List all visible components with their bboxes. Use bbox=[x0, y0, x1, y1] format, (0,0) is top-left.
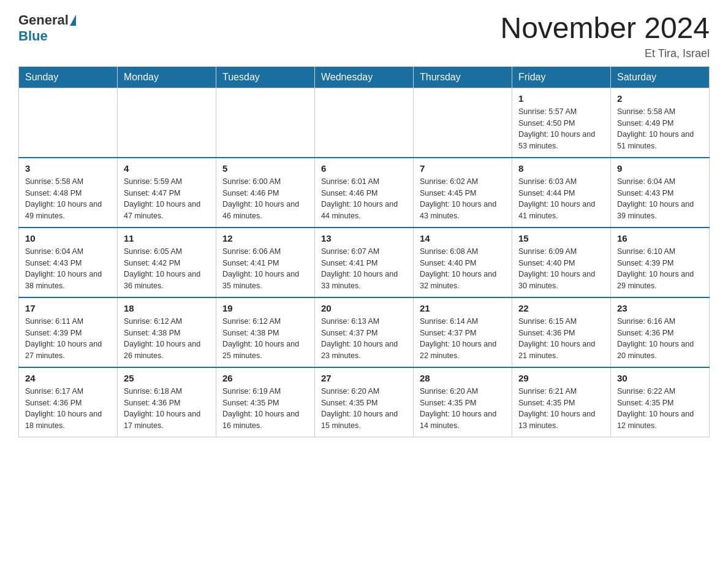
page-header: General Blue November 2024 Et Tira, Isra… bbox=[18, 12, 710, 60]
day-number: 28 bbox=[420, 373, 506, 383]
day-of-week-header: Monday bbox=[118, 66, 216, 88]
calendar-day-cell bbox=[414, 88, 512, 158]
day-number: 19 bbox=[222, 303, 308, 313]
day-number: 10 bbox=[25, 233, 111, 243]
day-info: Sunrise: 6:03 AMSunset: 4:44 PMDaylight:… bbox=[518, 176, 604, 222]
calendar-day-cell: 17Sunrise: 6:11 AMSunset: 4:39 PMDayligh… bbox=[19, 297, 118, 367]
calendar-day-cell: 9Sunrise: 6:04 AMSunset: 4:43 PMDaylight… bbox=[611, 158, 710, 228]
day-number: 21 bbox=[420, 303, 506, 313]
day-info: Sunrise: 6:04 AMSunset: 4:43 PMDaylight:… bbox=[25, 246, 111, 292]
day-info: Sunrise: 6:02 AMSunset: 4:45 PMDaylight:… bbox=[420, 176, 506, 222]
calendar-day-cell bbox=[19, 88, 118, 158]
calendar-day-cell: 29Sunrise: 6:21 AMSunset: 4:35 PMDayligh… bbox=[512, 367, 611, 437]
day-info: Sunrise: 6:16 AMSunset: 4:36 PMDaylight:… bbox=[617, 316, 703, 362]
calendar-day-cell: 24Sunrise: 6:17 AMSunset: 4:36 PMDayligh… bbox=[19, 367, 118, 437]
calendar-day-cell bbox=[216, 88, 315, 158]
calendar-day-cell: 6Sunrise: 6:01 AMSunset: 4:46 PMDaylight… bbox=[315, 158, 414, 228]
calendar-day-cell: 15Sunrise: 6:09 AMSunset: 4:40 PMDayligh… bbox=[512, 228, 611, 297]
calendar-table: SundayMondayTuesdayWednesdayThursdayFrid… bbox=[18, 66, 710, 437]
day-info: Sunrise: 5:57 AMSunset: 4:50 PMDaylight:… bbox=[518, 106, 604, 152]
day-number: 22 bbox=[518, 303, 604, 313]
day-number: 16 bbox=[617, 233, 703, 243]
day-number: 24 bbox=[25, 373, 111, 383]
calendar-day-cell: 28Sunrise: 6:20 AMSunset: 4:35 PMDayligh… bbox=[414, 367, 512, 437]
calendar-day-cell: 11Sunrise: 6:05 AMSunset: 4:42 PMDayligh… bbox=[118, 228, 216, 297]
calendar-week-row: 10Sunrise: 6:04 AMSunset: 4:43 PMDayligh… bbox=[19, 228, 710, 297]
calendar-day-cell: 18Sunrise: 6:12 AMSunset: 4:38 PMDayligh… bbox=[118, 297, 216, 367]
day-number: 1 bbox=[518, 93, 604, 104]
logo-triangle-icon bbox=[70, 15, 76, 26]
day-info: Sunrise: 6:19 AMSunset: 4:35 PMDaylight:… bbox=[222, 386, 308, 432]
day-number: 4 bbox=[124, 163, 210, 174]
calendar-header-row: SundayMondayTuesdayWednesdayThursdayFrid… bbox=[19, 66, 710, 88]
calendar-day-cell: 25Sunrise: 6:18 AMSunset: 4:36 PMDayligh… bbox=[118, 367, 216, 437]
day-info: Sunrise: 6:17 AMSunset: 4:36 PMDaylight:… bbox=[25, 386, 111, 432]
calendar-week-row: 3Sunrise: 5:58 AMSunset: 4:48 PMDaylight… bbox=[19, 158, 710, 228]
day-info: Sunrise: 6:01 AMSunset: 4:46 PMDaylight:… bbox=[321, 176, 407, 222]
calendar-day-cell: 30Sunrise: 6:22 AMSunset: 4:35 PMDayligh… bbox=[611, 367, 710, 437]
calendar-week-row: 17Sunrise: 6:11 AMSunset: 4:39 PMDayligh… bbox=[19, 297, 710, 367]
day-info: Sunrise: 6:06 AMSunset: 4:41 PMDaylight:… bbox=[222, 246, 308, 292]
title-block: November 2024 Et Tira, Israel bbox=[500, 12, 710, 60]
day-info: Sunrise: 6:05 AMSunset: 4:42 PMDaylight:… bbox=[124, 246, 210, 292]
day-of-week-header: Thursday bbox=[414, 66, 512, 88]
calendar-day-cell bbox=[315, 88, 414, 158]
day-info: Sunrise: 6:07 AMSunset: 4:41 PMDaylight:… bbox=[321, 246, 407, 292]
calendar-day-cell: 10Sunrise: 6:04 AMSunset: 4:43 PMDayligh… bbox=[19, 228, 118, 297]
day-number: 2 bbox=[617, 93, 703, 104]
day-info: Sunrise: 6:20 AMSunset: 4:35 PMDaylight:… bbox=[321, 386, 407, 432]
day-info: Sunrise: 6:08 AMSunset: 4:40 PMDaylight:… bbox=[420, 246, 506, 292]
day-number: 20 bbox=[321, 303, 407, 313]
calendar-day-cell: 4Sunrise: 5:59 AMSunset: 4:47 PMDaylight… bbox=[118, 158, 216, 228]
calendar-day-cell: 2Sunrise: 5:58 AMSunset: 4:49 PMDaylight… bbox=[611, 88, 710, 158]
day-number: 25 bbox=[124, 373, 210, 383]
calendar-week-row: 1Sunrise: 5:57 AMSunset: 4:50 PMDaylight… bbox=[19, 88, 710, 158]
day-number: 30 bbox=[617, 373, 703, 383]
day-of-week-header: Tuesday bbox=[216, 66, 315, 88]
day-info: Sunrise: 6:00 AMSunset: 4:46 PMDaylight:… bbox=[222, 176, 308, 222]
day-info: Sunrise: 5:59 AMSunset: 4:47 PMDaylight:… bbox=[124, 176, 210, 222]
calendar-day-cell: 22Sunrise: 6:15 AMSunset: 4:36 PMDayligh… bbox=[512, 297, 611, 367]
calendar-day-cell: 12Sunrise: 6:06 AMSunset: 4:41 PMDayligh… bbox=[216, 228, 315, 297]
day-number: 27 bbox=[321, 373, 407, 383]
day-number: 8 bbox=[518, 163, 604, 174]
month-title: November 2024 bbox=[500, 12, 710, 45]
day-number: 9 bbox=[617, 163, 703, 174]
day-info: Sunrise: 6:15 AMSunset: 4:36 PMDaylight:… bbox=[518, 316, 604, 362]
calendar-day-cell: 13Sunrise: 6:07 AMSunset: 4:41 PMDayligh… bbox=[315, 228, 414, 297]
logo-blue-text: Blue bbox=[18, 28, 48, 44]
day-number: 5 bbox=[222, 163, 308, 174]
day-info: Sunrise: 6:10 AMSunset: 4:39 PMDaylight:… bbox=[617, 246, 703, 292]
calendar-day-cell: 20Sunrise: 6:13 AMSunset: 4:37 PMDayligh… bbox=[315, 297, 414, 367]
day-of-week-header: Friday bbox=[512, 66, 611, 88]
day-number: 15 bbox=[518, 233, 604, 243]
day-number: 6 bbox=[321, 163, 407, 174]
day-number: 18 bbox=[124, 303, 210, 313]
day-of-week-header: Sunday bbox=[19, 66, 118, 88]
day-number: 14 bbox=[420, 233, 506, 243]
day-number: 26 bbox=[222, 373, 308, 383]
day-number: 11 bbox=[124, 233, 210, 243]
day-number: 13 bbox=[321, 233, 407, 243]
calendar-day-cell: 7Sunrise: 6:02 AMSunset: 4:45 PMDaylight… bbox=[414, 158, 512, 228]
day-number: 12 bbox=[222, 233, 308, 243]
day-of-week-header: Wednesday bbox=[315, 66, 414, 88]
calendar-day-cell: 8Sunrise: 6:03 AMSunset: 4:44 PMDaylight… bbox=[512, 158, 611, 228]
day-info: Sunrise: 6:18 AMSunset: 4:36 PMDaylight:… bbox=[124, 386, 210, 432]
calendar-day-cell: 19Sunrise: 6:12 AMSunset: 4:38 PMDayligh… bbox=[216, 297, 315, 367]
day-info: Sunrise: 5:58 AMSunset: 4:49 PMDaylight:… bbox=[617, 106, 703, 152]
day-info: Sunrise: 6:14 AMSunset: 4:37 PMDaylight:… bbox=[420, 316, 506, 362]
day-info: Sunrise: 6:21 AMSunset: 4:35 PMDaylight:… bbox=[518, 386, 604, 432]
calendar-day-cell: 3Sunrise: 5:58 AMSunset: 4:48 PMDaylight… bbox=[19, 158, 118, 228]
logo: General Blue bbox=[18, 12, 77, 44]
day-info: Sunrise: 6:22 AMSunset: 4:35 PMDaylight:… bbox=[617, 386, 703, 432]
logo-general-text: General bbox=[18, 12, 69, 28]
location-text: Et Tira, Israel bbox=[500, 47, 710, 60]
day-info: Sunrise: 6:04 AMSunset: 4:43 PMDaylight:… bbox=[617, 176, 703, 222]
day-number: 23 bbox=[617, 303, 703, 313]
day-info: Sunrise: 6:11 AMSunset: 4:39 PMDaylight:… bbox=[25, 316, 111, 362]
calendar-day-cell: 1Sunrise: 5:57 AMSunset: 4:50 PMDaylight… bbox=[512, 88, 611, 158]
calendar-day-cell: 14Sunrise: 6:08 AMSunset: 4:40 PMDayligh… bbox=[414, 228, 512, 297]
day-info: Sunrise: 6:20 AMSunset: 4:35 PMDaylight:… bbox=[420, 386, 506, 432]
day-info: Sunrise: 6:12 AMSunset: 4:38 PMDaylight:… bbox=[124, 316, 210, 362]
